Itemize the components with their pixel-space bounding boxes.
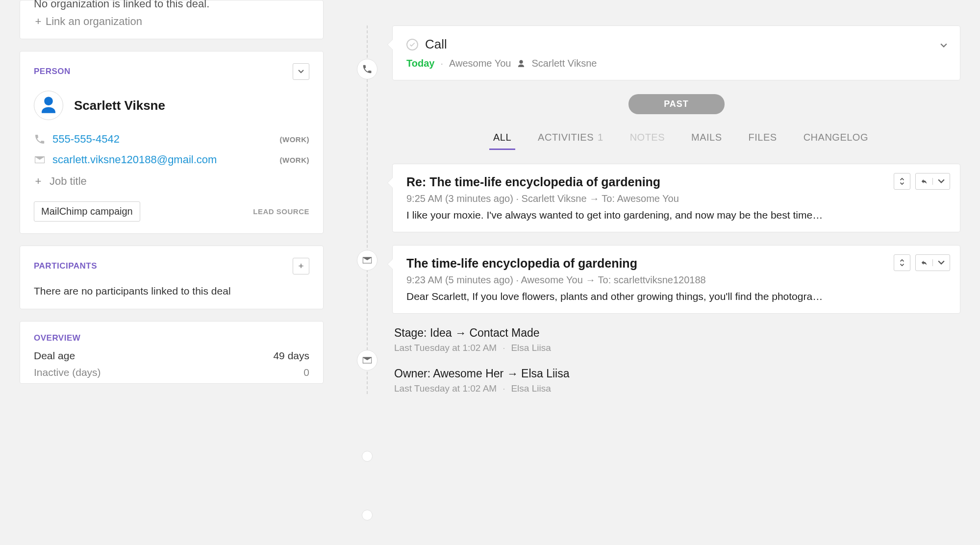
activity-expand-button[interactable] xyxy=(940,40,947,50)
changelog-entry: Stage: Idea → Contact Made Last Tuesday … xyxy=(392,326,960,353)
mail-subject: The time-life encyclopedia of gardening xyxy=(406,256,946,271)
timeline-node-change xyxy=(362,451,373,462)
lead-source-label: LEAD SOURCE xyxy=(253,207,309,216)
mail-reply-button[interactable] xyxy=(915,173,950,190)
timeline-node-call xyxy=(357,59,377,79)
changelog-time: Last Tuesday at 1:02 AM xyxy=(394,383,497,394)
add-job-title-button[interactable]: + Job title xyxy=(34,175,309,188)
overview-section-title: OVERVIEW xyxy=(34,333,80,343)
changelog-title: Stage: Idea → Contact Made xyxy=(394,326,960,340)
reply-icon xyxy=(921,178,928,185)
mail-preview: Dear Scarlett, If you love flowers, plan… xyxy=(406,291,946,302)
activity-done-toggle[interactable] xyxy=(406,39,418,50)
overview-card: OVERVIEW Deal age 49 days Inactive (days… xyxy=(20,321,324,384)
tab-notes[interactable]: NOTES xyxy=(630,132,665,149)
participants-section-title: PARTICIPANTS xyxy=(34,261,97,271)
overview-row: Inactive (days) 0 xyxy=(34,367,309,378)
tab-activities[interactable]: ACTIVITIES1 xyxy=(538,132,603,149)
avatar xyxy=(34,91,63,120)
mail-card[interactable]: The time-life encyclopedia of gardening … xyxy=(392,245,960,314)
person-card: PERSON Scarlett Viksne 555-555-4542 (WOR… xyxy=(20,51,324,234)
person-collapse-button[interactable] xyxy=(293,63,309,80)
separator-dot: · xyxy=(503,383,505,394)
overview-label: Deal age xyxy=(34,350,75,362)
mail-meta: 9:25 AM (3 minutes ago) · Scarlett Viksn… xyxy=(406,193,946,204)
changelog-actor: Elsa Liisa xyxy=(511,343,551,353)
chevron-down-icon xyxy=(298,70,304,74)
tab-files[interactable]: FILES xyxy=(749,132,777,149)
phone-label: (WORK) xyxy=(280,135,309,144)
changelog-time: Last Tuesday at 1:02 AM xyxy=(394,343,497,353)
organization-empty-text: No organization is linked to this deal. xyxy=(34,0,309,10)
organization-card: No organization is linked to this deal. … xyxy=(20,0,324,39)
overview-value: 49 days xyxy=(273,350,309,362)
activity-contact: Scarlett Viksne xyxy=(531,58,597,69)
participants-card: PARTICIPANTS + There are no participants… xyxy=(20,246,324,309)
separator-dot: · xyxy=(503,343,505,353)
timeline-tabs: ALL ACTIVITIES1 NOTES MAILS FILES CHANGE… xyxy=(401,132,960,149)
mail-icon xyxy=(34,154,46,166)
tab-changelog[interactable]: CHANGELOG xyxy=(804,132,868,149)
overview-label: Inactive (days) xyxy=(34,367,101,378)
phone-icon xyxy=(362,64,373,74)
add-participant-button[interactable]: + xyxy=(293,258,309,274)
person-icon xyxy=(38,95,59,116)
separator-dot: · xyxy=(440,58,443,69)
overview-value: 0 xyxy=(303,367,309,378)
plus-icon: + xyxy=(34,15,43,28)
mail-expand-button[interactable] xyxy=(894,173,910,190)
email-link[interactable]: scarlett.viksne120188@gmail.com xyxy=(52,153,273,166)
changelog-title: Owner: Awesome Her → Elsa Liisa xyxy=(394,367,960,380)
activity-card-call[interactable]: Call Today · Awesome You Scarlett Viksne xyxy=(392,25,960,80)
check-icon xyxy=(409,41,416,48)
lead-source-tag[interactable]: MailChimp campaign xyxy=(34,201,140,222)
past-separator: PAST xyxy=(628,94,725,114)
activity-title: Call xyxy=(425,37,946,52)
link-organization-label: Link an organization xyxy=(46,15,142,28)
mail-card[interactable]: Re: The time-life encyclopedia of garden… xyxy=(392,164,960,232)
plus-icon: + xyxy=(34,175,43,188)
chevron-down-icon xyxy=(938,178,945,185)
link-organization-button[interactable]: + Link an organization xyxy=(34,15,309,28)
changelog-entry: Owner: Awesome Her → Elsa Liisa Last Tue… xyxy=(392,367,960,394)
updown-icon xyxy=(899,259,905,266)
mail-reply-button[interactable] xyxy=(915,254,950,271)
chevron-down-icon xyxy=(938,259,945,266)
timeline-line xyxy=(367,25,368,394)
timeline-node-mail xyxy=(357,250,377,271)
person-name[interactable]: Scarlett Viksne xyxy=(74,98,165,113)
timeline-node-change xyxy=(362,510,373,520)
mail-icon xyxy=(362,255,373,266)
person-section-title: PERSON xyxy=(34,67,71,76)
phone-icon xyxy=(34,133,46,145)
job-title-placeholder: Job title xyxy=(50,175,87,188)
changelog-actor: Elsa Liisa xyxy=(511,383,551,394)
tab-mails[interactable]: MAILS xyxy=(691,132,722,149)
activity-date: Today xyxy=(406,58,434,69)
person-icon xyxy=(517,59,526,68)
email-label: (WORK) xyxy=(280,156,309,164)
mail-preview: I like your moxie. I've always wanted to… xyxy=(406,209,946,221)
phone-link[interactable]: 555-555-4542 xyxy=(52,133,273,146)
mail-meta: 9:23 AM (5 minutes ago) · Awesome You → … xyxy=(406,274,946,286)
participants-empty-text: There are no participants linked to this… xyxy=(34,285,309,297)
mail-icon xyxy=(362,355,373,366)
timeline-node-mail xyxy=(357,350,377,371)
tab-all[interactable]: ALL xyxy=(493,132,511,149)
mail-expand-button[interactable] xyxy=(894,254,910,271)
chevron-down-icon xyxy=(940,43,947,48)
reply-icon xyxy=(921,259,928,266)
mail-subject: Re: The time-life encyclopedia of garden… xyxy=(406,175,946,189)
activity-owner: Awesome You xyxy=(449,58,511,69)
updown-icon xyxy=(899,178,905,185)
overview-row: Deal age 49 days xyxy=(34,350,309,362)
